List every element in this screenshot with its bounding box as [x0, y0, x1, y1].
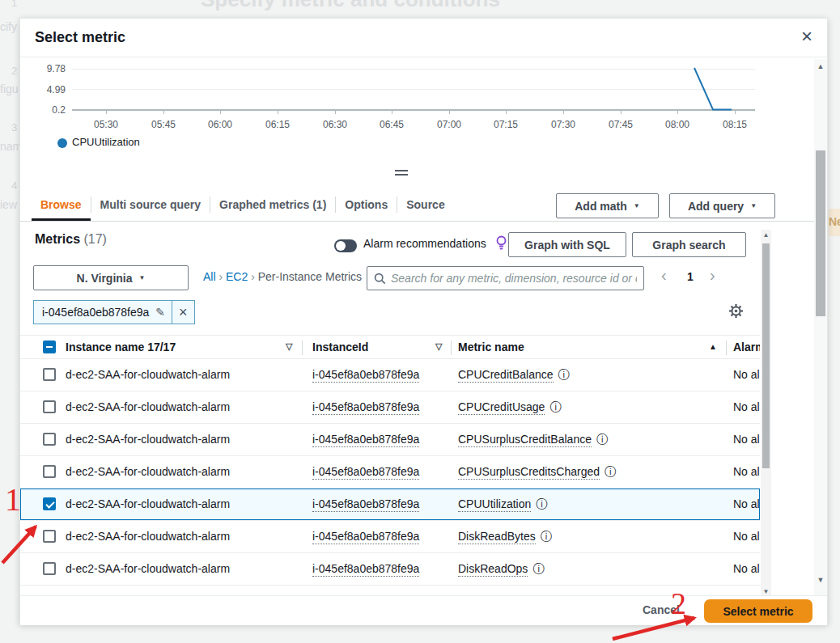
- scroll-down-icon[interactable]: ▼: [761, 588, 771, 595]
- metric-name-cell: CPUUtilizationⓘ: [458, 497, 547, 512]
- column-metric-name[interactable]: Metric name: [458, 341, 524, 353]
- instance-id-link[interactable]: i-045ef8a0eb878fe9a: [312, 465, 419, 480]
- previous-page-icon[interactable]: ‹: [661, 266, 667, 285]
- legend-label[interactable]: CPUUtilization: [72, 136, 140, 148]
- table-row[interactable]: d-ec2-SAA-for-cloudwatch-alarm i-045ef8a…: [20, 521, 760, 553]
- metric-name-link[interactable]: CPUSurplusCreditsCharged: [458, 465, 600, 480]
- select-metric-button[interactable]: Select metric: [704, 599, 812, 623]
- tab-source[interactable]: Source: [397, 188, 453, 221]
- filter-funnel-icon[interactable]: ▽: [286, 341, 292, 352]
- region-selector[interactable]: N. Virginia▼: [33, 265, 189, 290]
- instance-id-link[interactable]: i-045ef8a0eb878fe9a: [312, 433, 419, 447]
- tab-graphed-metrics[interactable]: Graphed metrics (1): [210, 188, 335, 221]
- instance-id-link[interactable]: i-045ef8a0eb878fe9a: [312, 368, 419, 383]
- background-step-4-label: iew: [0, 198, 17, 211]
- chevron-down-icon: ▼: [750, 202, 757, 209]
- tab-multi-source-query[interactable]: Multi source query: [91, 188, 210, 221]
- dialog-scrollbar[interactable]: ▲ ▼: [814, 59, 827, 595]
- scroll-up-icon[interactable]: ▲: [761, 231, 771, 239]
- cancel-button[interactable]: Cancel: [643, 603, 680, 616]
- info-icon[interactable]: ⓘ: [558, 368, 570, 381]
- instance-id-link[interactable]: i-045ef8a0eb878fe9a: [312, 562, 419, 577]
- scroll-down-icon[interactable]: ▼: [814, 576, 827, 584]
- metric-name-link[interactable]: CPUSurplusCreditBalance: [458, 433, 592, 447]
- info-icon[interactable]: ⓘ: [605, 465, 616, 478]
- metric-name-cell: DiskReadOpsⓘ: [458, 562, 544, 577]
- info-icon[interactable]: ⓘ: [536, 497, 547, 510]
- table-row[interactable]: d-ec2-SAA-for-cloudwatch-alarm i-045ef8a…: [20, 391, 760, 424]
- row-checkbox[interactable]: [43, 400, 56, 413]
- breadcrumb-current: Per-Instance Metrics: [258, 270, 362, 283]
- metric-name-link[interactable]: CPUCreditBalance: [458, 368, 554, 383]
- next-page-icon[interactable]: ›: [710, 266, 715, 285]
- dialog-header: Select metric ×: [20, 19, 827, 57]
- row-checkbox[interactable]: [43, 562, 56, 575]
- gear-icon: [728, 303, 744, 319]
- graph-search-button[interactable]: Graph search: [632, 232, 746, 257]
- column-instance-id[interactable]: InstanceId: [312, 341, 368, 353]
- instance-id-link[interactable]: i-045ef8a0eb878fe9a: [312, 400, 419, 415]
- scrollbar-thumb[interactable]: [762, 243, 770, 468]
- table-row[interactable]: d-ec2-SAA-for-cloudwatch-alarm i-045ef8a…: [20, 456, 760, 489]
- table-row[interactable]: d-ec2-SAA-for-cloudwatch-alarm i-045ef8a…: [20, 359, 760, 391]
- instance-name: d-ec2-SAA-for-cloudwatch-alarm: [66, 433, 230, 446]
- scroll-up-icon[interactable]: ▲: [814, 62, 827, 70]
- lightbulb-icon: [495, 235, 507, 251]
- instance-name: d-ec2-SAA-for-cloudwatch-alarm: [66, 465, 230, 478]
- metric-name-link[interactable]: DiskReadBytes: [458, 530, 536, 544]
- scrollbar-thumb[interactable]: [816, 150, 825, 316]
- tab-browse[interactable]: Browse: [32, 188, 91, 221]
- background-step-3-number: 3: [11, 121, 17, 133]
- info-icon[interactable]: ⓘ: [596, 433, 608, 446]
- search-input[interactable]: [391, 272, 637, 285]
- info-icon[interactable]: ⓘ: [549, 400, 561, 413]
- filter-funnel-icon[interactable]: ▽: [435, 341, 442, 352]
- y-axis-tick: 0.2: [27, 104, 66, 116]
- alarms-cell: No alarms: [733, 497, 760, 510]
- metric-name-link[interactable]: CPUUtilization: [458, 497, 531, 512]
- table-row[interactable]: d-ec2-SAA-for-cloudwatch-alarm i-045ef8a…: [20, 424, 760, 456]
- annotation-step-1: 1: [5, 480, 21, 518]
- column-alarms[interactable]: Alarms: [733, 341, 760, 353]
- breadcrumb-all[interactable]: All: [203, 270, 216, 283]
- alarm-recommendations-toggle[interactable]: [334, 239, 357, 252]
- add-query-button[interactable]: Add query▼: [669, 193, 775, 218]
- alarms-cell: No alarms: [733, 530, 760, 543]
- row-checkbox-checked[interactable]: [43, 497, 56, 510]
- table-row[interactable]: d-ec2-SAA-for-cloudwatch-alarm i-045ef8a…: [20, 553, 760, 586]
- metric-name-link[interactable]: DiskReadOps: [458, 562, 528, 577]
- column-instance-name[interactable]: Instance name 17/17: [66, 341, 176, 353]
- select-all-checkbox[interactable]: [43, 341, 56, 353]
- remove-token-icon[interactable]: ×: [172, 304, 194, 321]
- graph-with-sql-button[interactable]: Graph with SQL: [508, 232, 626, 257]
- row-checkbox[interactable]: [43, 433, 56, 446]
- row-checkbox[interactable]: [43, 465, 56, 478]
- metric-name-cell: CPUCreditUsageⓘ: [458, 400, 561, 415]
- table-header-row: Instance name 17/17 ▽ InstanceId ▽ Metri…: [20, 335, 760, 359]
- screen: Specify metric and conditions 1 cify 2 f…: [0, 0, 840, 643]
- search-icon: [374, 273, 386, 285]
- table-settings-button[interactable]: [728, 303, 744, 321]
- sort-ascending-icon[interactable]: ▲: [709, 342, 717, 351]
- page-number[interactable]: 1: [687, 270, 694, 283]
- instance-id-link[interactable]: i-045ef8a0eb878fe9a: [312, 530, 419, 544]
- info-icon[interactable]: ⓘ: [532, 562, 544, 575]
- table-row-selected[interactable]: d-ec2-SAA-for-cloudwatch-alarm i-045ef8a…: [20, 489, 760, 521]
- metric-name-link[interactable]: CPUCreditUsage: [458, 400, 545, 415]
- close-icon[interactable]: ×: [801, 25, 812, 48]
- y-axis-tick: 9.78: [27, 63, 66, 74]
- instance-name: d-ec2-SAA-for-cloudwatch-alarm: [66, 530, 230, 543]
- background-page-heading: Specify metric and conditions: [201, 0, 500, 12]
- breadcrumb: All › EC2 › Per-Instance Metrics: [203, 270, 362, 283]
- row-checkbox[interactable]: [43, 530, 56, 543]
- metrics-table: Instance name 17/17 ▽ InstanceId ▽ Metri…: [20, 335, 760, 586]
- instance-name: d-ec2-SAA-for-cloudwatch-alarm: [66, 368, 230, 381]
- info-icon[interactable]: ⓘ: [541, 530, 552, 543]
- tab-options[interactable]: Options: [336, 188, 397, 221]
- metrics-panel-scrollbar[interactable]: ▲ ▼: [761, 230, 771, 597]
- instance-id-link[interactable]: i-045ef8a0eb878fe9a: [312, 497, 419, 512]
- row-checkbox[interactable]: [43, 368, 56, 381]
- add-math-button[interactable]: Add math▼: [556, 193, 659, 218]
- edit-pencil-icon[interactable]: ✎: [155, 306, 165, 319]
- breadcrumb-ec2[interactable]: EC2: [226, 270, 248, 283]
